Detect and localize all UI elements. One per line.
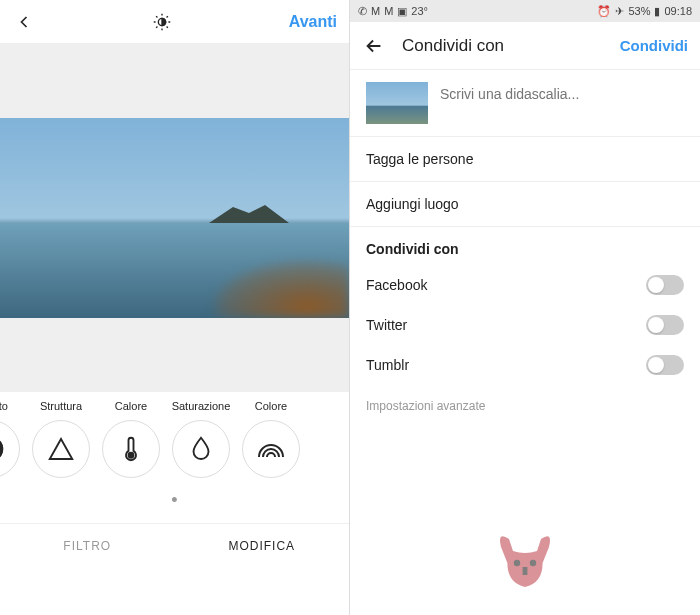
contrast-icon: [0, 420, 20, 478]
add-location-row[interactable]: Aggiungi luogo: [350, 182, 700, 227]
caption-input[interactable]: [440, 82, 684, 102]
temperature: 23°: [411, 5, 428, 17]
tool-label: ntrasto: [0, 400, 8, 412]
alarm-icon: ⏰: [597, 5, 611, 18]
svg-point-4: [530, 560, 536, 566]
svg-point-2: [129, 453, 134, 458]
share-twitter-row: Twitter: [350, 305, 700, 345]
share-header: Condividi con Condividi: [350, 22, 700, 70]
tool-warmth[interactable]: Calore: [96, 400, 166, 478]
photo-thumbnail[interactable]: [366, 82, 428, 124]
share-screen: ✆ M M ▣ 23° ⏰ ✈ 53% ▮ 09:18 Condividi co…: [350, 0, 700, 615]
tool-structure[interactable]: Struttura: [26, 400, 96, 478]
lux-icon[interactable]: [150, 10, 174, 34]
back-button[interactable]: [362, 34, 386, 58]
facebook-toggle[interactable]: [646, 275, 684, 295]
next-button[interactable]: Avanti: [289, 13, 337, 31]
tool-color[interactable]: Colore: [236, 400, 306, 478]
edit-screen: Avanti ntrasto Struttura Calore: [0, 0, 350, 615]
whatsapp-icon: ✆: [358, 5, 367, 18]
tag-people-row[interactable]: Tagga le persone: [350, 137, 700, 182]
status-bar: ✆ M M ▣ 23° ⏰ ✈ 53% ▮ 09:18: [350, 0, 700, 22]
svg-point-3: [514, 560, 520, 566]
structure-icon: [32, 420, 90, 478]
battery-icon: ▮: [654, 5, 660, 18]
share-facebook-row: Facebook: [350, 265, 700, 305]
airplane-icon: ✈: [615, 5, 624, 18]
tool-label: Colore: [255, 400, 287, 412]
tool-label: Calore: [115, 400, 147, 412]
pager-dots: •: [0, 478, 349, 523]
thermometer-icon: [102, 420, 160, 478]
share-title: Condividi con: [402, 36, 604, 56]
clock: 09:18: [664, 5, 692, 17]
tool-label: Struttura: [40, 400, 82, 412]
tool-saturation[interactable]: Saturazione: [166, 400, 236, 478]
gmail-icon: M: [384, 5, 393, 17]
edit-tool-strip[interactable]: ntrasto Struttura Calore Saturazione: [0, 392, 349, 478]
tab-edit[interactable]: MODIFICA: [175, 524, 350, 567]
image-icon: ▣: [397, 5, 407, 18]
tool-label: Saturazione: [172, 400, 231, 412]
share-tumblr-row: Tumblr: [350, 345, 700, 385]
photo-preview[interactable]: [0, 118, 349, 318]
share-section-title: Condividi con: [350, 227, 700, 265]
advanced-settings-link[interactable]: Impostazioni avanzate: [350, 385, 700, 427]
rainbow-icon: [242, 420, 300, 478]
share-label: Facebook: [366, 277, 427, 293]
svg-rect-5: [523, 567, 528, 575]
twitter-toggle[interactable]: [646, 315, 684, 335]
tumblr-toggle[interactable]: [646, 355, 684, 375]
photo-preview-area: [0, 44, 349, 392]
back-button[interactable]: [12, 10, 36, 34]
edit-tools-area: ntrasto Struttura Calore Saturazione: [0, 392, 349, 615]
bottom-tabs: FILTRO MODIFICA: [0, 523, 349, 567]
watermark-logo: [485, 519, 565, 603]
caption-row: [350, 70, 700, 137]
drop-icon: [172, 420, 230, 478]
share-label: Twitter: [366, 317, 407, 333]
share-action-button[interactable]: Condividi: [620, 37, 688, 54]
battery-percent: 53%: [628, 5, 650, 17]
edit-header: Avanti: [0, 0, 349, 44]
gmail-icon: M: [371, 5, 380, 17]
tool-contrast[interactable]: ntrasto: [0, 400, 26, 478]
share-label: Tumblr: [366, 357, 409, 373]
tab-filter[interactable]: FILTRO: [0, 524, 175, 567]
